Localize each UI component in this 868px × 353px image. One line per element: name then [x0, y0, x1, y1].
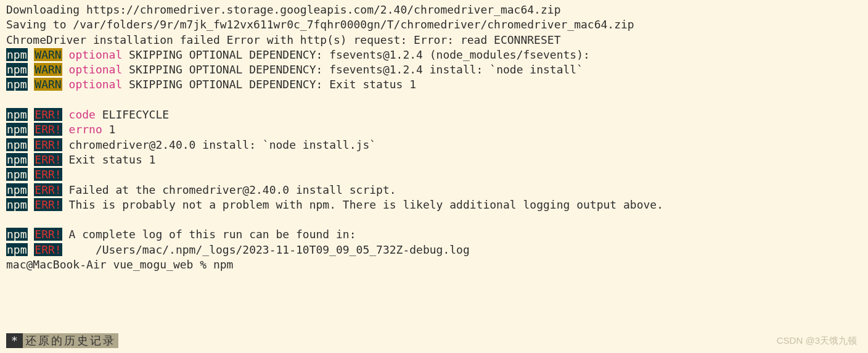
npm-tag: npm — [6, 78, 28, 91]
err-tag: ERR! — [34, 243, 62, 256]
err-line: npm ERR! — [6, 167, 862, 182]
optional-label: optional — [69, 48, 123, 61]
npm-tag: npm — [6, 63, 28, 76]
err-tag: ERR! — [34, 123, 62, 136]
warn-message: SKIPPING OPTIONAL DEPENDENCY: Exit statu… — [122, 78, 416, 91]
npm-tag: npm — [6, 123, 28, 136]
statusbar-indicator: * — [6, 333, 23, 348]
err-key: code — [69, 108, 96, 121]
warn-message: SKIPPING OPTIONAL DEPENDENCY: fsevents@1… — [122, 63, 583, 76]
npm-tag: npm — [6, 198, 28, 211]
err-line: npm ERR! chromedriver@2.40.0 install: `n… — [6, 138, 862, 152]
optional-label: optional — [69, 78, 123, 91]
warn-tag: WARN — [34, 78, 62, 91]
blank-line — [6, 93, 862, 107]
warn-message: SKIPPING OPTIONAL DEPENDENCY: fsevents@1… — [122, 48, 590, 61]
err-message: A complete log of this run can be found … — [62, 228, 356, 241]
err-tag: ERR! — [34, 198, 62, 211]
err-key: errno — [69, 123, 102, 136]
err-message: Exit status 1 — [62, 153, 156, 166]
warn-tag: WARN — [34, 48, 62, 61]
err-line: npm ERR! Failed at the chromedriver@2.40… — [6, 183, 862, 197]
optional-label: optional — [69, 63, 123, 76]
npm-tag: npm — [6, 108, 28, 121]
warn-line: npm WARN optional SKIPPING OPTIONAL DEPE… — [6, 62, 862, 77]
npm-tag: npm — [6, 228, 28, 241]
npm-tag: npm — [6, 138, 28, 151]
npm-tag: npm — [6, 48, 28, 61]
err-tag: ERR! — [34, 108, 62, 121]
err-line: npm ERR! This is probably not a problem … — [6, 197, 862, 212]
err-message: chromedriver@2.40.0 install: `node insta… — [62, 138, 376, 151]
statusbar: * 还原的历史记录 — [6, 333, 118, 348]
statusbar-text: 还原的历史记录 — [23, 333, 118, 348]
npm-tag: npm — [6, 183, 28, 196]
err-tag: ERR! — [34, 168, 62, 181]
warn-line: npm WARN optional SKIPPING OPTIONAL DEPE… — [6, 77, 862, 92]
npm-tag: npm — [6, 243, 28, 256]
err-message: ELIFECYCLE — [96, 108, 169, 121]
err-line: npm ERR! errno 1 — [6, 122, 862, 137]
err-message: 1 — [102, 123, 116, 136]
blank-line — [6, 212, 862, 227]
err-message: /Users/mac/.npm/_logs/2023-11-10T09_09_0… — [62, 243, 470, 256]
err-tag: ERR! — [34, 183, 62, 196]
log-line: ChromeDriver installation failed Error w… — [6, 33, 862, 48]
log-line: Downloading https://chromedriver.storage… — [6, 2, 862, 17]
err-tag: ERR! — [34, 138, 62, 151]
log-line: Saving to /var/folders/9r/m7jk_fw12vx611… — [6, 17, 862, 32]
err-line: npm ERR! /Users/mac/.npm/_logs/2023-11-1… — [6, 243, 862, 257]
warn-tag: WARN — [34, 63, 62, 76]
err-line: npm ERR! code ELIFECYCLE — [6, 107, 862, 122]
err-line: npm ERR! Exit status 1 — [6, 152, 862, 167]
shell-prompt[interactable]: mac@MacBook-Air vue_mogu_web % npm — [6, 257, 862, 272]
terminal-output: Downloading https://chromedriver.storage… — [6, 2, 862, 272]
err-line: npm ERR! A complete log of this run can … — [6, 227, 862, 242]
err-message: This is probably not a problem with npm.… — [62, 198, 663, 211]
warn-line: npm WARN optional SKIPPING OPTIONAL DEPE… — [6, 48, 862, 62]
npm-tag: npm — [6, 168, 28, 181]
watermark: CSDN @3天饿九顿 — [777, 334, 857, 347]
err-message: Failed at the chromedriver@2.40.0 instal… — [62, 183, 396, 196]
npm-tag: npm — [6, 153, 28, 166]
err-tag: ERR! — [34, 153, 62, 166]
err-tag: ERR! — [34, 228, 62, 241]
